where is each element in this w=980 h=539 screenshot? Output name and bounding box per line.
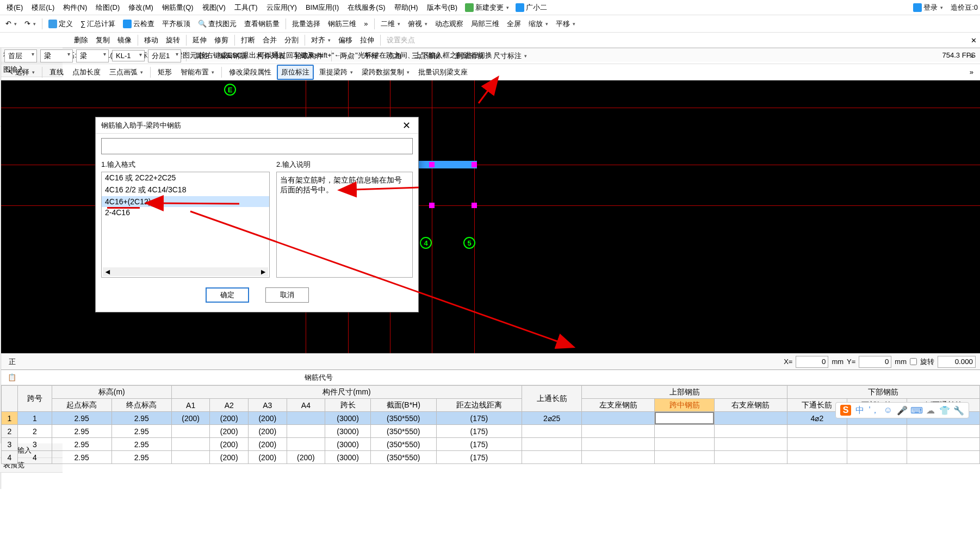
table-cell[interactable]: (350*550) [370, 425, 436, 438]
menu-item[interactable]: 修改(M) [124, 1, 158, 15]
table-cell[interactable] [787, 425, 847, 438]
copy-button[interactable]: 复制 [92, 34, 113, 47]
table-cell[interactable] [287, 425, 325, 438]
table-cell[interactable] [171, 425, 210, 438]
cancel-button[interactable]: 取消 [265, 287, 309, 303]
ime-bar[interactable]: S 中 '， ☺ 🎤 ⌨ ☁ 👕 🔧 [835, 402, 969, 418]
overflow-button[interactable]: » [966, 66, 977, 78]
table-cell[interactable]: 2.95 [111, 412, 171, 425]
table-cell[interactable]: (200) [210, 412, 249, 425]
table-cell[interactable]: 2.95 [52, 425, 111, 438]
reextract-span-button[interactable]: 重提梁跨▾ [316, 66, 356, 79]
fullscreen-button[interactable]: 全屏 [504, 17, 524, 30]
sum-calc-button[interactable]: ∑ 汇总计算 [77, 17, 119, 30]
table-cell[interactable] [787, 438, 847, 451]
menu-item[interactable]: 绘图(D) [91, 1, 124, 15]
table-cell[interactable] [715, 438, 787, 451]
table-cell[interactable] [715, 451, 787, 464]
menu-item[interactable]: 楼(E) [2, 1, 27, 15]
mirror-button[interactable]: 镜像 [114, 34, 135, 47]
gxe-button[interactable]: 广小二 [512, 1, 550, 14]
category-combo[interactable]: 梁 [40, 49, 73, 62]
table-row[interactable]: 442.952.95(200)(200)(200)(3000)(350*550)… [2, 451, 980, 464]
split-button[interactable]: 分割 [281, 34, 302, 47]
table-cell[interactable]: (200) [210, 438, 249, 451]
batch-select-button[interactable]: 批量选择 [289, 17, 324, 30]
table-cell[interactable]: (200) [210, 451, 249, 464]
ok-button[interactable]: 确定 [206, 287, 249, 303]
table-cell[interactable] [582, 451, 655, 464]
select-tool[interactable]: ↖选择▾ [4, 66, 38, 79]
stretch-button[interactable]: 拉伸 [357, 34, 377, 47]
member-list-button[interactable]: 构件列表 [253, 49, 288, 62]
props-button[interactable]: 属性 [191, 49, 212, 62]
table-cell[interactable]: 4 [18, 451, 52, 464]
table-cell[interactable] [847, 425, 907, 438]
table-cell[interactable]: (200) [249, 451, 287, 464]
line-tool[interactable]: 直线 [46, 66, 67, 79]
zheng-button[interactable]: 正 [5, 355, 19, 368]
smart-layout-tool[interactable]: 智能布置▾ [177, 66, 218, 79]
rotate-input[interactable] [938, 356, 976, 368]
table-cell[interactable]: 1 [18, 412, 52, 425]
table-cell[interactable]: 2.95 [111, 438, 171, 451]
batch-identify-button[interactable]: 批量识别梁支座 [415, 66, 471, 79]
pick-member-button[interactable]: 拾取构件 [291, 49, 326, 62]
table-cell[interactable] [287, 438, 325, 451]
copy-rows-button[interactable]: 📋 [4, 372, 20, 383]
member-combo[interactable]: KL-1 [112, 50, 145, 61]
redo-button[interactable]: ↷▾ [21, 18, 39, 29]
arc3-tool[interactable]: 三点画弧▾ [106, 66, 146, 79]
ime-cloud-icon[interactable]: ☁ [925, 405, 936, 416]
table-row[interactable]: 112.952.95(200)(200)(200)(3000)(350*550)… [2, 412, 980, 425]
menu-item[interactable]: 楼层(L) [27, 1, 59, 15]
y-input[interactable] [859, 356, 891, 368]
login-button[interactable]: 登录▾ [910, 1, 946, 14]
toolbar-close-button[interactable]: ✕ [969, 36, 978, 45]
point-angle-button[interactable]: 点角 [384, 49, 405, 62]
table-cell[interactable] [522, 438, 582, 451]
rebar-3d-button[interactable]: 钢筋三维 [325, 17, 359, 30]
rotate-button[interactable]: 旋转 [163, 34, 183, 47]
format-item[interactable]: 4C16 或 2C22+2C25 [102, 172, 269, 184]
merge-button[interactable]: 合并 [259, 34, 280, 47]
table-cell[interactable]: (175) [436, 451, 522, 464]
table-cell[interactable]: (200) [249, 425, 287, 438]
set-grip-button[interactable]: 设置夹点 [383, 34, 418, 47]
format-item[interactable]: 4C16 2/2 或 4C14/3C18 [102, 184, 269, 196]
ime-zh-icon[interactable]: 中 [854, 405, 865, 416]
modify-beam-seg-button[interactable]: 修改梁段属性 [226, 66, 275, 79]
table-cell[interactable] [847, 451, 907, 464]
span-data-copy-button[interactable]: 梁跨数据复制▾ [358, 66, 413, 79]
subcategory-combo[interactable]: 梁 [76, 49, 109, 62]
find-element-button[interactable]: 🔍查找图元 [195, 17, 240, 30]
orig-annotation-button[interactable]: 原位标注 [277, 65, 314, 80]
offset-button[interactable]: 偏移 [335, 34, 356, 47]
table-cell[interactable]: 2 [2, 425, 18, 438]
edit-rebar-button[interactable]: 编辑钢筋 [215, 49, 250, 62]
table-cell[interactable]: (175) [436, 425, 522, 438]
table-cell[interactable] [907, 438, 980, 451]
dialog-text-input[interactable] [101, 138, 413, 154]
overflow-button[interactable]: » [966, 50, 977, 61]
table-cell[interactable] [582, 438, 655, 451]
table-cell[interactable]: 3 [18, 438, 52, 451]
table-cell[interactable]: (3000) [325, 412, 371, 425]
rotate-checkbox[interactable] [910, 358, 917, 365]
ime-skin-icon[interactable]: 👕 [939, 405, 950, 416]
menu-item[interactable]: 工具(T) [230, 1, 262, 15]
ime-emoji-icon[interactable]: ☺ [883, 405, 894, 416]
zoom-button[interactable]: 缩放▾ [525, 17, 551, 30]
dialog-close-button[interactable]: ✕ [400, 119, 413, 132]
table-cell[interactable]: 2.95 [111, 451, 171, 464]
table-cell[interactable] [171, 438, 210, 451]
menu-item[interactable]: 帮助(H) [390, 1, 423, 15]
three-aux-button[interactable]: 三点辅轴▾ [408, 49, 449, 62]
break-button[interactable]: 打断 [238, 34, 258, 47]
pan-button[interactable]: 平移▾ [553, 17, 579, 30]
table-cell[interactable]: (200) [171, 412, 210, 425]
table-cell[interactable] [907, 425, 980, 438]
table-cell[interactable]: (350*550) [370, 412, 436, 425]
table-cell[interactable] [654, 451, 714, 464]
extend-button[interactable]: 延伸 [189, 34, 210, 47]
